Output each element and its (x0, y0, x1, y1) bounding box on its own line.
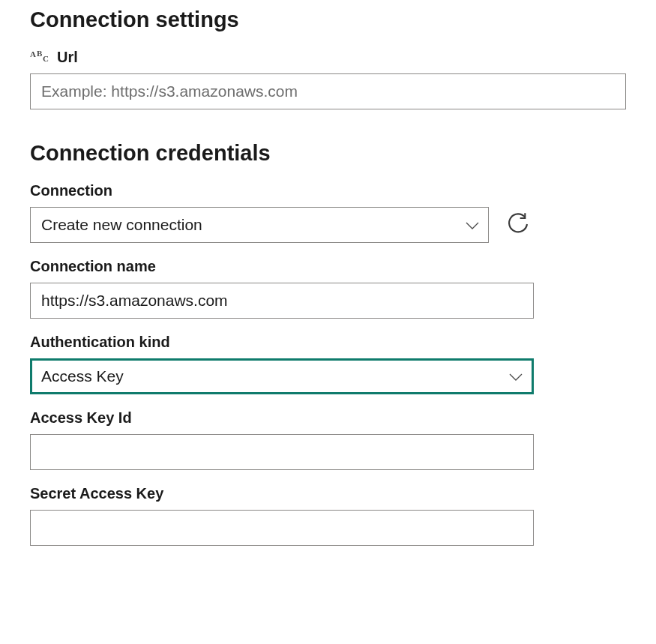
connection-name-label: Connection name (30, 258, 534, 275)
connection-label: Connection (30, 182, 534, 199)
url-input[interactable] (30, 73, 626, 109)
url-field-group: A B C Url (30, 49, 626, 109)
access-key-id-label-text: Access Key Id (30, 409, 132, 427)
connection-name-label-text: Connection name (30, 258, 156, 275)
connection-name-field-group: Connection name (30, 258, 534, 319)
auth-kind-label: Authentication kind (30, 334, 534, 351)
svg-text:A: A (30, 50, 36, 58)
chevron-down-icon (466, 216, 479, 234)
connection-field-group: Connection Create new connection (30, 182, 534, 243)
connection-name-input[interactable] (30, 283, 534, 319)
secret-access-key-label: Secret Access Key (30, 485, 534, 502)
access-key-id-label: Access Key Id (30, 409, 534, 427)
secret-access-key-label-text: Secret Access Key (30, 485, 163, 502)
abc-type-icon: A B C (30, 50, 51, 65)
connection-dropdown-value: Create new connection (41, 216, 202, 234)
chevron-down-icon (509, 367, 523, 385)
auth-kind-dropdown[interactable]: Access Key (30, 358, 534, 394)
access-key-id-field-group: Access Key Id (30, 409, 534, 470)
connection-settings-title: Connection settings (30, 7, 626, 32)
svg-text:C: C (43, 54, 49, 63)
connection-credentials-title: Connection credentials (30, 141, 626, 166)
url-label-text: Url (57, 49, 78, 66)
auth-kind-field-group: Authentication kind Access Key (30, 334, 534, 394)
auth-kind-label-text: Authentication kind (30, 334, 170, 351)
secret-access-key-field-group: Secret Access Key (30, 485, 534, 546)
refresh-button[interactable] (502, 209, 534, 241)
svg-text:B: B (37, 50, 43, 58)
url-label: A B C Url (30, 49, 626, 66)
secret-access-key-input[interactable] (30, 510, 534, 546)
access-key-id-input[interactable] (30, 434, 534, 470)
connection-label-text: Connection (30, 182, 112, 199)
connection-dropdown[interactable]: Create new connection (30, 207, 489, 243)
refresh-icon (506, 212, 530, 238)
auth-kind-dropdown-value: Access Key (41, 367, 124, 385)
